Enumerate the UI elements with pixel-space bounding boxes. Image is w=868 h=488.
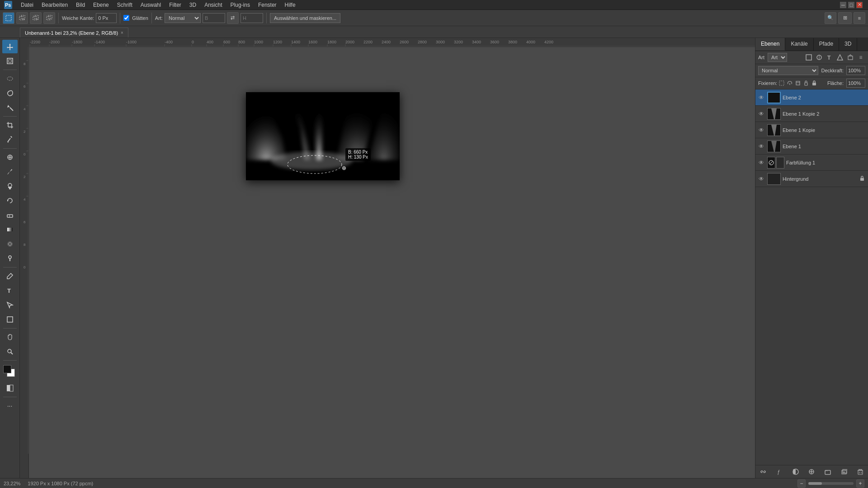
canvas-main[interactable]: ⊕ B: 660 Px H: 130 Px [29, 47, 755, 478]
menu-ansicht[interactable]: Ansicht [201, 1, 226, 9]
zoom-slider[interactable] [808, 482, 854, 485]
status-zoom-out[interactable]: − [797, 479, 806, 488]
tool-history-brush[interactable] [2, 194, 18, 207]
tool-selection-path[interactable] [2, 298, 18, 312]
menu-3d[interactable]: 3D [186, 1, 200, 9]
menu-hilfe[interactable]: Hilfe [281, 1, 299, 9]
soft-edge-input[interactable] [96, 13, 117, 23]
select-mask-btn[interactable]: Auswählen und maskieren... [270, 13, 340, 23]
tab-close-btn[interactable]: × [121, 30, 123, 35]
new-selection-btn[interactable] [3, 12, 14, 24]
kind-select[interactable]: Art [768, 53, 787, 62]
tab-3d[interactable]: 3D [839, 38, 857, 51]
svg-rect-144 [793, 469, 796, 474]
layer-item-ebene2[interactable]: 👁 Ebene 2 [755, 89, 868, 106]
layer-adjustment-btn[interactable] [807, 467, 816, 476]
layer-mask-btn[interactable] [791, 467, 801, 476]
foreground-color-swatch[interactable] [3, 365, 11, 373]
tool-move[interactable] [2, 40, 18, 53]
layer-visibility-ebene1kopie2[interactable]: 👁 [757, 110, 765, 118]
lock-all-btn[interactable] [811, 80, 818, 87]
tool-magic-wand[interactable] [2, 101, 18, 114]
lock-artboard-btn[interactable] [794, 80, 802, 87]
tool-eraser[interactable] [2, 208, 18, 222]
smooth-checkbox[interactable] [123, 15, 129, 21]
menu-auswahl[interactable]: Auswahl [137, 1, 165, 9]
tool-dodge[interactable] [2, 252, 18, 265]
tool-text[interactable]: T [2, 284, 18, 297]
width-input[interactable] [203, 13, 225, 23]
document-tab[interactable]: Unbenannt-1 bei 23,2% (Ebene 2, RGB/8) × [20, 28, 128, 38]
subtract-selection-btn[interactable]: − [30, 12, 42, 24]
filter-smart-btn[interactable] [846, 53, 855, 62]
menu-filter[interactable]: Filter [165, 1, 185, 9]
menu-fenster[interactable]: Fenster [255, 1, 280, 9]
lock-transparent-btn[interactable] [778, 80, 785, 87]
tab-paths[interactable]: Pfade [814, 38, 839, 51]
layer-visibility-hintergrund[interactable]: 👁 [757, 175, 765, 183]
layer-visibility-farbfuellung1[interactable]: 👁 [757, 159, 765, 167]
tool-shape[interactable] [2, 313, 18, 326]
ruler-corner [20, 38, 29, 47]
tool-hand[interactable] [2, 330, 18, 344]
menu-plugins[interactable]: Plug-ins [227, 1, 254, 9]
blend-mode-select[interactable]: Normal Multiplizieren Negativ multiplizi… [758, 66, 818, 75]
tool-quick-mask[interactable] [2, 381, 18, 395]
workspace-btn[interactable]: ⊞ [838, 12, 852, 24]
panel-menu-btn[interactable]: ≡ [856, 53, 865, 62]
tab-channels[interactable]: Kanäle [785, 38, 813, 51]
height-input[interactable] [241, 13, 263, 23]
tool-healing[interactable] [2, 150, 18, 164]
tool-artboard[interactable] [2, 54, 18, 68]
tool-marquee[interactable] [2, 72, 18, 85]
filter-shape-btn[interactable] [835, 53, 844, 62]
main-layout: T ··· [0, 38, 868, 478]
tool-brush[interactable] [2, 165, 18, 178]
swap-dimensions-btn[interactable]: ⇄ [227, 12, 239, 24]
tool-stamp[interactable] [2, 179, 18, 193]
intersect-selection-btn[interactable] [43, 12, 55, 24]
add-selection-btn[interactable]: + [16, 12, 28, 24]
filter-text-btn[interactable]: T [825, 53, 834, 62]
search-btn[interactable]: 🔍 [825, 12, 836, 24]
layer-item-ebene1kopie2[interactable]: 👁 Ebene 1 Kopie 2 [755, 106, 868, 122]
tool-pen[interactable] [2, 269, 18, 283]
options-btn[interactable]: ≡ [854, 12, 865, 24]
layer-item-ebene1kopie[interactable]: 👁 Ebene 1 Kopie [755, 122, 868, 138]
window-maximize[interactable]: □ [848, 2, 854, 8]
menu-bearbeiten[interactable]: Bearbeiten [38, 1, 71, 9]
window-close[interactable]: ✕ [856, 2, 863, 8]
layer-delete-btn[interactable] [855, 467, 865, 476]
tool-lasso[interactable] [2, 86, 18, 100]
layer-item-ebene1[interactable]: 👁 Ebene 1 [755, 138, 868, 155]
opacity-input[interactable] [846, 66, 865, 75]
layer-visibility-ebene2[interactable]: 👁 [757, 94, 765, 102]
style-select[interactable]: Normal Fest Festes Verhältnis [165, 13, 201, 23]
layer-link-btn[interactable] [758, 467, 768, 476]
filter-pixel-btn[interactable] [804, 53, 813, 62]
tool-zoom[interactable] [2, 345, 18, 358]
filter-adjustment-btn[interactable] [815, 53, 824, 62]
layer-item-hintergrund[interactable]: 👁 Hintergrund [755, 171, 868, 187]
tool-gradient[interactable] [2, 223, 18, 236]
tool-crop[interactable] [2, 118, 18, 132]
layer-visibility-ebene1kopie[interactable]: 👁 [757, 126, 765, 134]
lock-image-btn[interactable] [786, 80, 793, 87]
layer-style-btn[interactable]: ƒ [774, 467, 784, 476]
lock-position-btn[interactable] [802, 80, 810, 87]
layer-new-btn[interactable] [839, 467, 849, 476]
tool-more[interactable]: ··· [2, 399, 18, 413]
fill-input[interactable] [846, 79, 865, 88]
layer-group-btn[interactable] [823, 467, 833, 476]
tool-blur[interactable] [2, 237, 18, 251]
menu-datei[interactable]: Datei [17, 1, 37, 9]
menu-bild[interactable]: Bild [72, 1, 89, 9]
status-zoom-in[interactable]: + [856, 479, 864, 488]
tool-eyedropper[interactable] [2, 133, 18, 146]
layer-item-farbfuellung1[interactable]: 👁 Farbfüllung 1 [755, 155, 868, 171]
layer-visibility-ebene1[interactable]: 👁 [757, 142, 765, 150]
menu-ebene[interactable]: Ebene [90, 1, 113, 9]
menu-schrift[interactable]: Schrift [113, 1, 136, 9]
tab-layers[interactable]: Ebenen [755, 38, 785, 51]
window-minimize[interactable]: ─ [840, 2, 846, 8]
